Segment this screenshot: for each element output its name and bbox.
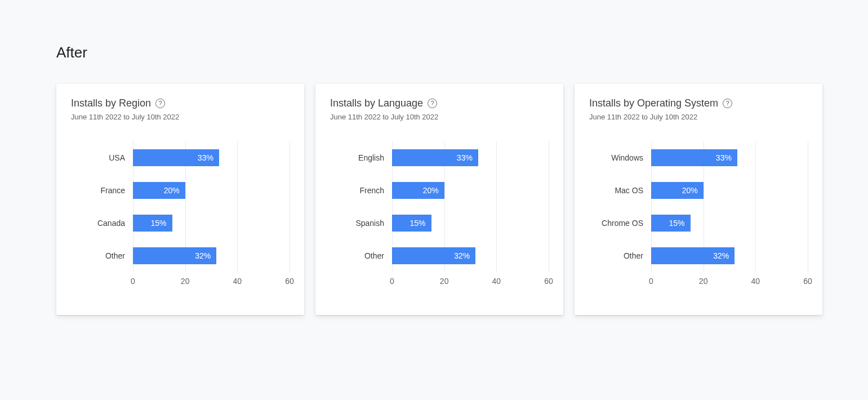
bar-label: Other bbox=[330, 251, 392, 260]
bar-value: 33% bbox=[198, 153, 213, 162]
chart-row: Spanish 15% bbox=[330, 207, 549, 239]
chart-row: Other 32% bbox=[71, 239, 290, 272]
bar-value: 20% bbox=[164, 186, 180, 195]
bar-label: French bbox=[330, 186, 392, 195]
bar-label: English bbox=[330, 153, 392, 162]
bar: 32% bbox=[392, 247, 475, 264]
x-tick: 20 bbox=[181, 277, 190, 286]
bar-label: Spanish bbox=[330, 219, 392, 228]
x-tick: 40 bbox=[233, 277, 242, 286]
grid-line bbox=[549, 141, 549, 272]
chart-row: English 33% bbox=[330, 141, 549, 174]
chart-row: Other 32% bbox=[589, 239, 808, 272]
card-installs-by-os: Installs by Operating System ? June 11th… bbox=[575, 84, 822, 315]
cards-container: Installs by Region ? June 11th 2022 to J… bbox=[56, 84, 868, 315]
bar-value: 20% bbox=[423, 186, 439, 195]
chart-rows: Windows 33% Mac OS 20% Chrome OS 15% bbox=[589, 141, 808, 272]
x-tick: 60 bbox=[544, 277, 553, 286]
bar-value: 15% bbox=[669, 219, 684, 228]
bar: 33% bbox=[651, 149, 737, 166]
bar: 32% bbox=[133, 247, 216, 264]
card-installs-by-language: Installs by Language ? June 11th 2022 to… bbox=[315, 84, 563, 315]
chart-row: Mac OS 20% bbox=[589, 174, 808, 207]
grid-line bbox=[808, 141, 808, 272]
card-date-range: June 11th 2022 to July 10th 2022 bbox=[330, 113, 549, 121]
bar-value: 32% bbox=[454, 251, 470, 260]
bar-track: 33% bbox=[133, 149, 290, 166]
card-header: Installs by Language ? bbox=[330, 97, 549, 109]
card-header: Installs by Region ? bbox=[71, 97, 290, 109]
card-date-range: June 11th 2022 to July 10th 2022 bbox=[71, 113, 290, 121]
bar-label: Canada bbox=[71, 219, 133, 228]
grid-line bbox=[290, 141, 290, 272]
bar: 32% bbox=[651, 247, 735, 264]
help-icon[interactable]: ? bbox=[155, 99, 165, 108]
bar-track: 32% bbox=[392, 247, 549, 264]
x-tick: 0 bbox=[649, 277, 653, 286]
chart-rows: English 33% French 20% Spanish 15% bbox=[330, 141, 549, 272]
bar: 15% bbox=[651, 215, 691, 232]
bar-track: 20% bbox=[651, 182, 808, 199]
x-tick: 0 bbox=[390, 277, 394, 286]
x-axis: 0 20 40 60 bbox=[651, 277, 808, 288]
bar-track: 33% bbox=[392, 149, 549, 166]
bar-track: 32% bbox=[651, 247, 808, 264]
x-tick: 0 bbox=[131, 277, 135, 286]
page-title: After bbox=[56, 44, 868, 61]
bar: 33% bbox=[392, 149, 478, 166]
bar-label: France bbox=[71, 186, 133, 195]
bar: 20% bbox=[651, 182, 704, 199]
bar-track: 33% bbox=[651, 149, 808, 166]
x-tick: 60 bbox=[803, 277, 812, 286]
x-tick: 40 bbox=[492, 277, 501, 286]
bar: 15% bbox=[392, 215, 431, 232]
bar: 15% bbox=[133, 215, 172, 232]
bar-value: 33% bbox=[716, 153, 732, 162]
bar-value: 15% bbox=[409, 219, 425, 228]
bar-label: Other bbox=[589, 251, 651, 260]
bar-label: Windows bbox=[589, 153, 651, 162]
bar-value: 32% bbox=[195, 251, 211, 260]
bar-value: 20% bbox=[682, 186, 698, 195]
bar-value: 33% bbox=[457, 153, 473, 162]
bar-track: 32% bbox=[133, 247, 290, 264]
bar-value: 32% bbox=[713, 251, 729, 260]
card-date-range: June 11th 2022 to July 10th 2022 bbox=[589, 113, 808, 121]
bar-track: 15% bbox=[133, 215, 290, 232]
x-tick: 20 bbox=[440, 277, 449, 286]
chart-row: France 20% bbox=[71, 174, 290, 207]
card-title: Installs by Region bbox=[71, 97, 151, 109]
x-tick: 20 bbox=[699, 277, 708, 286]
card-header: Installs by Operating System ? bbox=[589, 97, 808, 109]
bar-value: 15% bbox=[150, 219, 166, 228]
bar: 20% bbox=[133, 182, 185, 199]
bar-label: Chrome OS bbox=[589, 219, 651, 228]
chart-row: Canada 15% bbox=[71, 207, 290, 239]
bar-track: 20% bbox=[392, 182, 549, 199]
chart-row: Windows 33% bbox=[589, 141, 808, 174]
x-axis: 0 20 40 60 bbox=[133, 277, 290, 288]
card-title: Installs by Operating System bbox=[589, 97, 718, 109]
chart-area: Windows 33% Mac OS 20% Chrome OS 15% bbox=[589, 141, 808, 288]
chart-rows: USA 33% France 20% Canada 15% bbox=[71, 141, 290, 272]
chart-area: USA 33% France 20% Canada 15% bbox=[71, 141, 290, 288]
bar: 20% bbox=[392, 182, 444, 199]
help-icon[interactable]: ? bbox=[428, 99, 437, 108]
chart-area: English 33% French 20% Spanish 15% bbox=[330, 141, 549, 288]
chart-row: Chrome OS 15% bbox=[589, 207, 808, 239]
bar-label: USA bbox=[71, 153, 133, 162]
bar-track: 15% bbox=[651, 215, 808, 232]
x-axis: 0 20 40 60 bbox=[392, 277, 549, 288]
bar-track: 15% bbox=[392, 215, 549, 232]
chart-row: Other 32% bbox=[330, 239, 549, 272]
card-installs-by-region: Installs by Region ? June 11th 2022 to J… bbox=[56, 84, 304, 315]
bar-label: Mac OS bbox=[589, 186, 651, 195]
card-title: Installs by Language bbox=[330, 97, 423, 109]
bar: 33% bbox=[133, 149, 219, 166]
chart-row: French 20% bbox=[330, 174, 549, 207]
x-tick: 40 bbox=[751, 277, 760, 286]
help-icon[interactable]: ? bbox=[723, 99, 732, 108]
chart-row: USA 33% bbox=[71, 141, 290, 174]
x-tick: 60 bbox=[285, 277, 294, 286]
bar-label: Other bbox=[71, 251, 133, 260]
